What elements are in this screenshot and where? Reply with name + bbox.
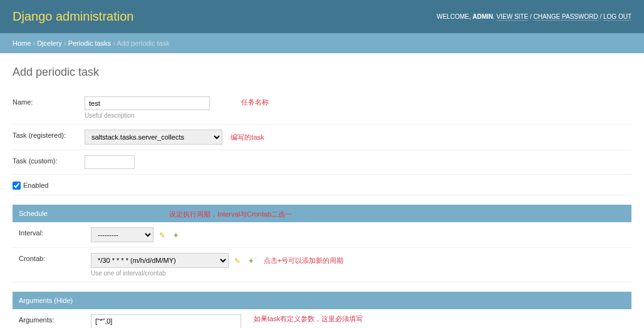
task-registered-annotation: 编写的task	[231, 133, 264, 141]
task-registered-label: Task (registered):	[13, 130, 85, 139]
interval-label: Interval:	[19, 227, 91, 237]
change-password-link[interactable]: CHANGE PASSWORD	[533, 13, 598, 21]
page-title: Add periodic task	[13, 66, 631, 79]
crontab-select[interactable]: */30 * * * * (m/h/d/dM/MY)	[91, 253, 229, 268]
add-icon[interactable]: +	[172, 231, 180, 240]
field-row-name: Name: 任务名称 Useful description	[13, 91, 631, 125]
logout-link[interactable]: LOG OUT	[603, 13, 631, 21]
field-row-arguments: Arguments: JSON encoded positional argum…	[13, 309, 631, 328]
task-custom-input[interactable]	[85, 155, 135, 169]
arguments-module: Arguments (Hide) Arguments: JSON encoded…	[13, 292, 631, 328]
view-site-link[interactable]: VIEW SITE	[497, 13, 529, 21]
content-area: Add periodic task Name: 任务名称 Useful desc…	[0, 53, 644, 328]
field-row-task-registered: Task (registered): saltstack.tasks.serve…	[13, 125, 631, 150]
arguments-annotation: 如果task有定义参数，这里必须填写	[254, 314, 363, 324]
interval-select[interactable]: ---------	[91, 227, 153, 242]
site-name: Django administration	[13, 9, 133, 24]
schedule-module: Schedule 设定执行周期，Interval与Crontab二选一 Inte…	[13, 205, 631, 282]
breadcrumb-model[interactable]: Periodic tasks	[68, 39, 111, 47]
name-label: Name:	[13, 96, 85, 106]
schedule-annotation: 设定执行周期，Interval与Crontab二选一	[169, 210, 292, 219]
breadcrumb-current: Add periodic task	[117, 39, 169, 47]
task-registered-select[interactable]: saltstack.tasks.server_collects	[85, 130, 222, 145]
breadcrumb-home[interactable]: Home	[13, 39, 31, 47]
name-help: Useful description	[85, 112, 631, 119]
name-input[interactable]	[85, 96, 210, 110]
welcome-text: WELCOME,	[437, 13, 470, 20]
field-row-interval: Interval: --------- ✎ +	[13, 222, 631, 248]
schedule-heading: Schedule	[13, 205, 631, 222]
crontab-help: Use one of interval/crontab	[91, 270, 631, 277]
field-row-crontab: Crontab: */30 * * * * (m/h/d/dM/MY) ✎ + …	[13, 248, 631, 282]
user-tools: WELCOME, ADMIN. VIEW SITE / CHANGE PASSW…	[437, 13, 631, 20]
edit-icon[interactable]: ✎	[233, 257, 242, 265]
arguments-textarea[interactable]	[91, 314, 241, 328]
field-row-enabled: Enabled	[13, 175, 631, 195]
crontab-label: Crontab:	[19, 253, 91, 262]
enabled-checkbox[interactable]	[13, 182, 21, 190]
header-bar: Django administration WELCOME, ADMIN. VI…	[0, 0, 644, 33]
edit-icon[interactable]: ✎	[158, 231, 167, 240]
breadcrumb-app[interactable]: Djcelery	[37, 39, 62, 47]
username: ADMIN	[472, 13, 493, 20]
arguments-heading-link[interactable]: Arguments (Hide)	[19, 297, 73, 304]
task-custom-label: Task (custom):	[13, 155, 85, 165]
name-annotation: 任务名称	[241, 98, 269, 107]
arguments-label: Arguments:	[19, 314, 91, 324]
field-row-task-custom: Task (custom):	[13, 150, 631, 175]
breadcrumb: Home › Djcelery › Periodic tasks › Add p…	[0, 33, 644, 53]
enabled-label: Enabled	[23, 180, 48, 189]
crontab-annotation: 点击+号可以添加新的周期	[264, 257, 343, 264]
add-icon[interactable]: +	[247, 257, 256, 265]
